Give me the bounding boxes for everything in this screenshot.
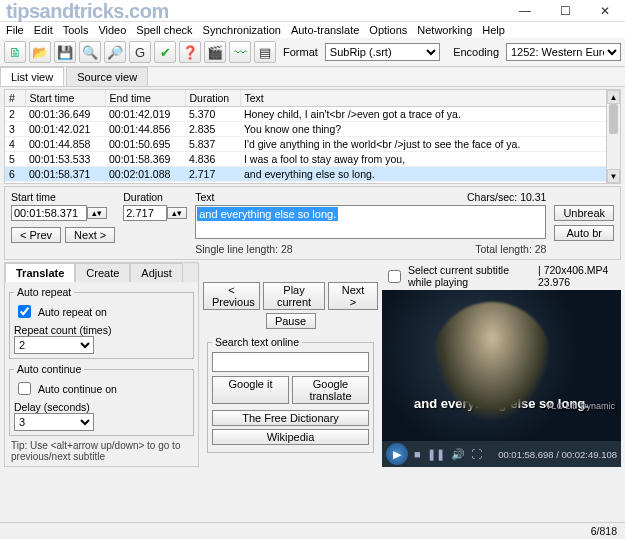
waveform-icon[interactable]: 〰 (229, 41, 251, 63)
prev-button[interactable]: < Prev (11, 227, 61, 243)
column-header[interactable]: End time (105, 90, 185, 107)
video-pause-icon[interactable]: ❚❚ (427, 448, 445, 461)
visualsync-icon[interactable]: 🎬 (204, 41, 226, 63)
duration-input[interactable] (123, 205, 167, 221)
tab-adjust[interactable]: Adjust (130, 263, 183, 282)
video-mute-icon[interactable]: 🔊 (451, 448, 465, 461)
menu-edit[interactable]: Edit (34, 24, 53, 36)
sync-icon[interactable]: G (129, 41, 151, 63)
start-time-label: Start time (11, 191, 115, 203)
encoding-select[interactable]: 1252: Western Euro (506, 43, 621, 61)
play-next-button[interactable]: Next > (328, 282, 378, 310)
delay-select[interactable]: 3 (14, 413, 94, 431)
scroll-thumb[interactable] (609, 104, 618, 134)
menu-tools[interactable]: Tools (63, 24, 89, 36)
status-bar: 6/818 (0, 522, 625, 539)
column-header[interactable]: Start time (25, 90, 105, 107)
menu-file[interactable]: File (6, 24, 24, 36)
tab-source-view[interactable]: Source view (66, 67, 148, 86)
search-text-input[interactable] (212, 352, 369, 372)
help-icon[interactable]: ❓ (179, 41, 201, 63)
auto-continue-checkbox[interactable]: Auto continue on (14, 379, 189, 398)
table-cell: 2.835 (185, 122, 240, 137)
start-time-spinner[interactable]: ▴▾ (87, 207, 107, 219)
video-controls: ▶ ■ ❚❚ 🔊 ⛶ 00:01:58.698 / 00:02:49.108 (382, 441, 621, 467)
table-row[interactable]: 200:01:36.64900:01:42.0195.370Honey chil… (5, 107, 620, 122)
tab-translate[interactable]: Translate (5, 263, 75, 282)
replace-icon[interactable]: 🔎 (104, 41, 126, 63)
scroll-down-icon[interactable]: ▼ (607, 169, 620, 183)
table-cell: 00:01:44.858 (25, 137, 105, 152)
find-icon[interactable]: 🔍 (79, 41, 101, 63)
wikipedia-button[interactable]: Wikipedia (212, 429, 369, 445)
menu-help[interactable]: Help (482, 24, 505, 36)
select-while-playing-checkbox[interactable] (388, 270, 401, 283)
next-button[interactable]: Next > (65, 227, 115, 243)
pause-button[interactable]: Pause (266, 313, 316, 329)
minimize-button[interactable]: — (505, 0, 545, 22)
subtitle-grid[interactable]: #Start timeEnd timeDurationText 200:01:3… (4, 89, 621, 184)
google-translate-button[interactable]: Google translate (292, 376, 369, 404)
menu-bar: File Edit Tools Video Spell check Synchr… (0, 22, 625, 38)
tab-list-view[interactable]: List view (0, 67, 64, 86)
title-bar: — ☐ ✕ (0, 0, 625, 22)
unbreak-button[interactable]: Unbreak (554, 205, 614, 221)
open-file-icon[interactable]: 📂 (29, 41, 51, 63)
auto-repeat-check-input[interactable] (18, 305, 31, 318)
subtitle-text-input[interactable] (195, 205, 546, 239)
spellcheck-icon[interactable]: ✔ (154, 41, 176, 63)
menu-options[interactable]: Options (369, 24, 407, 36)
auto-repeat-checkbox[interactable]: Auto repeat on (14, 302, 189, 321)
menu-video[interactable]: Video (98, 24, 126, 36)
auto-br-button[interactable]: Auto br (554, 225, 614, 241)
auto-continue-check-input[interactable] (18, 382, 31, 395)
table-cell: 2.717 (185, 167, 240, 182)
video-play-button[interactable]: ▶ (386, 443, 408, 465)
column-header[interactable]: # (5, 90, 25, 107)
menu-networking[interactable]: Networking (417, 24, 472, 36)
duration-spinner[interactable]: ▴▾ (167, 207, 187, 219)
column-header[interactable]: Duration (185, 90, 240, 107)
table-row[interactable]: 400:01:44.85800:01:50.6955.837I'd give a… (5, 137, 620, 152)
table-row[interactable]: 300:01:42.02100:01:44.8562.835You know o… (5, 122, 620, 137)
start-time-input[interactable] (11, 205, 87, 221)
new-file-icon[interactable]: 🗎 (4, 41, 26, 63)
main-tabs: List view Source view (0, 67, 625, 87)
google-it-button[interactable]: Google it (212, 376, 289, 404)
format-select[interactable]: SubRip (.srt) (325, 43, 440, 61)
save-icon[interactable]: 💾 (54, 41, 76, 63)
tab-create[interactable]: Create (75, 263, 130, 282)
single-line-length: Single line length: 28 (195, 243, 293, 255)
column-header[interactable]: Text (240, 90, 620, 107)
search-online-group: Search text online Google it Google tran… (207, 336, 374, 453)
format-label: Format (283, 46, 318, 58)
duration-label: Duration (123, 191, 187, 203)
grid-scrollbar[interactable]: ▲ ▼ (606, 90, 620, 183)
menu-synchronization[interactable]: Synchronization (203, 24, 281, 36)
video-fullscreen-icon[interactable]: ⛶ (471, 448, 482, 460)
table-cell: I was a fool to stay away from you, (240, 152, 620, 167)
play-current-button[interactable]: Play current (263, 282, 325, 310)
tip-text: Tip: Use <alt+arrow up/down> to go to pr… (11, 440, 192, 462)
play-previous-button[interactable]: < Previous (203, 282, 260, 310)
table-row[interactable]: 500:01:53.53300:01:58.3694.836I was a fo… (5, 152, 620, 167)
menu-auto-translate[interactable]: Auto-translate (291, 24, 359, 36)
auto-continue-group: Auto continue Auto continue on Delay (se… (9, 363, 194, 436)
toolbar: 🗎📂💾🔍🔎G✔❓🎬〰▤ Format SubRip (.srt) Encodin… (0, 38, 625, 67)
table-cell: 00:02:01.088 (105, 167, 185, 182)
maximize-button[interactable]: ☐ (545, 0, 585, 22)
table-cell: 00:01:58.369 (105, 152, 185, 167)
close-button[interactable]: ✕ (585, 0, 625, 22)
table-cell: 00:01:36.649 (25, 107, 105, 122)
menu-spell-check[interactable]: Spell check (136, 24, 192, 36)
table-row[interactable]: 600:01:58.37100:02:01.0882.717and everyt… (5, 167, 620, 182)
spectrogram-icon[interactable]: ▤ (254, 41, 276, 63)
video-stop-icon[interactable]: ■ (414, 448, 421, 460)
repeat-count-select[interactable]: 2 (14, 336, 94, 354)
table-cell: Honey child, I ain't<br />even got a tra… (240, 107, 620, 122)
video-info: | 720x406.MP4 23.976 (538, 264, 619, 288)
scroll-up-icon[interactable]: ▲ (607, 90, 620, 104)
video-preview[interactable]: and everything else so long. VLC Lib Dyn… (382, 290, 621, 441)
bottom-tabs: Translate Create Adjust (5, 263, 198, 282)
free-dictionary-button[interactable]: The Free Dictionary (212, 410, 369, 426)
